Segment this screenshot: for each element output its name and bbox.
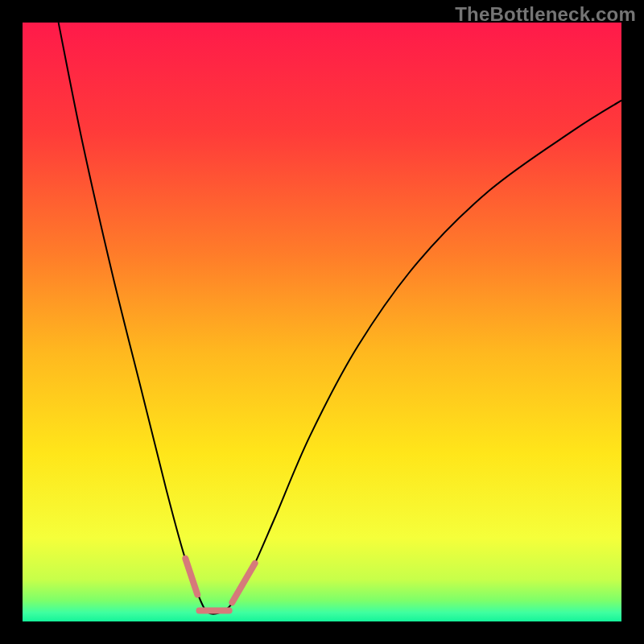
plot-area — [23, 23, 621, 621]
watermark-label: TheBottleneck.com — [455, 3, 636, 26]
gradient-background — [23, 23, 621, 621]
chart-frame: TheBottleneck.com — [0, 0, 644, 644]
chart-svg — [23, 23, 621, 621]
